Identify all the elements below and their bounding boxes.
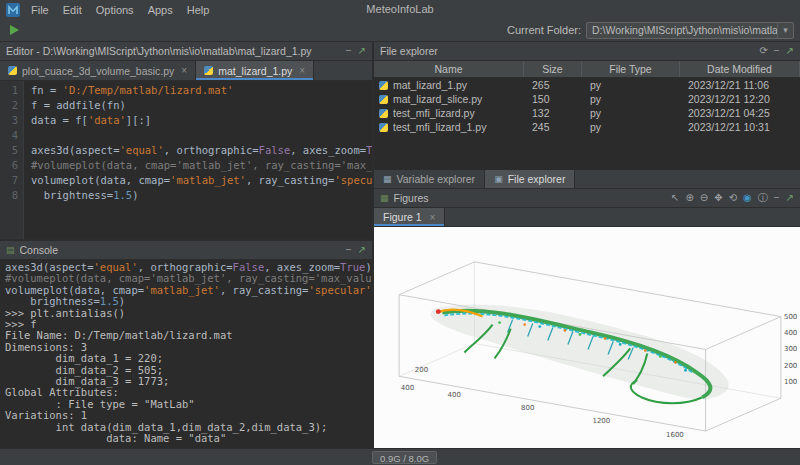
python-file-icon xyxy=(204,66,213,75)
memory-indicator[interactable]: 0.9G / 8.0G xyxy=(372,451,437,464)
console-title: Console xyxy=(20,244,59,256)
3d-volume-plot: 40080012001600 100200300400500 200400 xyxy=(374,227,800,448)
column-header-size[interactable]: Size xyxy=(524,61,582,77)
svg-text:800: 800 xyxy=(521,404,534,412)
minimize-icon[interactable]: − xyxy=(774,193,780,203)
console-icon: ▤ xyxy=(6,245,15,255)
minimize-icon[interactable]: − xyxy=(774,46,780,56)
editor-title: Editor - D:\Working\MIScript\Jython\mis\… xyxy=(6,45,312,57)
column-header-file-type[interactable]: File Type xyxy=(582,61,680,77)
svg-text:400: 400 xyxy=(448,391,461,399)
table-row[interactable]: mat_lizard_slice.py150py2023/12/21 12:20 xyxy=(374,92,800,106)
figure-tabs: Figure 1× xyxy=(374,208,800,227)
zoom-in-icon[interactable]: ⊕ xyxy=(685,193,693,203)
console-panel: ▤ Console −↗ axes3d(aspect='equal', orth… xyxy=(0,241,372,448)
close-icon[interactable]: × xyxy=(299,65,305,76)
svg-text:400: 400 xyxy=(401,384,414,392)
svg-text:400: 400 xyxy=(784,329,797,337)
variable-explorer-icon: ▦ xyxy=(383,174,392,184)
svg-text:300: 300 xyxy=(784,345,797,353)
editor-code-area[interactable]: 12345678 fn = 'D:/Temp/matlab/lizard.mat… xyxy=(0,81,372,239)
close-icon[interactable]: × xyxy=(430,212,436,223)
editor-code: fn = 'D:/Temp/matlab/lizard.mat'f = addf… xyxy=(24,81,372,239)
app-logo-icon xyxy=(6,3,20,17)
editor-gutter: 12345678 xyxy=(0,81,24,239)
float-icon[interactable]: ↗ xyxy=(358,46,366,56)
run-button[interactable] xyxy=(10,25,19,35)
tab-figure-1[interactable]: Figure 1× xyxy=(374,208,445,226)
left-column: Editor - D:\Working\MIScript\Jython\mis\… xyxy=(0,42,374,448)
rotate-icon[interactable]: ⟲ xyxy=(729,193,737,203)
minimize-icon[interactable]: − xyxy=(346,245,352,255)
globe-icon[interactable]: ◉ xyxy=(743,193,752,203)
svg-text:100: 100 xyxy=(784,378,797,386)
file-explorer-icon: ▣ xyxy=(494,174,503,184)
menu-file[interactable]: File xyxy=(24,2,56,18)
python-file-icon xyxy=(8,66,17,75)
tab-label: mat_lizard_1.py xyxy=(218,65,292,77)
file-table-body: mat_lizard_1.py265py2023/12/21 11:06mat_… xyxy=(374,78,800,170)
table-row[interactable]: test_mfi_lizard_1.py245py2023/12/21 10:3… xyxy=(374,120,800,134)
editor-tab[interactable]: mat_lizard_1.py× xyxy=(196,61,314,80)
info-icon[interactable]: ⓘ xyxy=(758,193,768,203)
file-explorer-title: File explorer xyxy=(380,45,438,57)
svg-text:1200: 1200 xyxy=(592,417,610,425)
main-area: Editor - D:\Working\MIScript\Jython\mis\… xyxy=(0,42,800,448)
figures-toolbar: ↖⊕⊖✥⟲◉ⓘ−↗ xyxy=(665,193,794,203)
menu-help[interactable]: Help xyxy=(180,2,217,18)
menu-options[interactable]: Options xyxy=(89,2,141,18)
code-line xyxy=(31,128,372,143)
table-row[interactable]: mat_lizard_1.py265py2023/12/21 11:06 xyxy=(374,78,800,92)
code-line: volumeplot(data, cmap='matlab_jet', ray_… xyxy=(31,173,372,188)
refresh-icon[interactable]: ⟳ xyxy=(759,46,767,56)
current-folder-combobox[interactable]: D:\Working\MIScript\Jython\mis\io\matlab… xyxy=(586,22,794,39)
column-header-date-modified[interactable]: Date Modified xyxy=(680,61,800,77)
tab-variable-explorer[interactable]: ▦Variable explorer xyxy=(374,170,485,188)
minimize-icon[interactable]: − xyxy=(346,46,352,56)
file-table-header[interactable]: NameSizeFile TypeDate Modified xyxy=(374,61,800,78)
float-icon[interactable]: ↗ xyxy=(786,46,794,56)
console-output[interactable]: axes3d(aspect='equal', orthographic=Fals… xyxy=(0,260,372,448)
svg-text:200: 200 xyxy=(784,362,797,370)
editor-tabs: plot_cuace_3d_volume_basic.py×mat_lizard… xyxy=(0,61,372,81)
float-icon[interactable]: ↗ xyxy=(786,193,794,203)
pointer-icon[interactable]: ↖ xyxy=(671,193,679,203)
tab-file-explorer[interactable]: ▣File explorer xyxy=(485,170,575,188)
python-file-icon xyxy=(379,123,388,132)
main-toolbar: Current Folder: D:\Working\MIScript\Jyth… xyxy=(0,19,800,42)
current-folder-label: Current Folder: xyxy=(507,24,581,36)
console-line: >>> plt.antialias() xyxy=(5,308,367,319)
figure-canvas[interactable]: 40080012001600 100200300400500 200400 xyxy=(374,227,800,448)
console-line: data: Name = "data" xyxy=(5,433,367,444)
close-icon[interactable]: × xyxy=(181,65,187,76)
file-explorer-panel: File explorer ⟳−↗ NameSizeFile TypeDate … xyxy=(374,42,800,170)
code-line: fn = 'D:/Temp/matlab/lizard.mat' xyxy=(31,83,372,98)
zoom-out-icon[interactable]: ⊖ xyxy=(700,193,708,203)
svg-text:500: 500 xyxy=(784,313,797,321)
python-file-icon xyxy=(379,81,388,90)
file-explorer-title-icons: ⟳−↗ xyxy=(753,46,794,56)
editor-title-bar: Editor - D:\Working\MIScript\Jython\mis\… xyxy=(0,42,372,61)
column-header-name[interactable]: Name xyxy=(374,61,524,77)
table-row[interactable]: test_mfi_lizard.py132py2023/12/21 04:25 xyxy=(374,106,800,120)
tab-label: plot_cuace_3d_volume_basic.py xyxy=(22,65,174,77)
editor-tab[interactable]: plot_cuace_3d_volume_basic.py× xyxy=(0,61,196,80)
code-line: data = f['data'][:] xyxy=(31,113,372,128)
figures-icon: ▦ xyxy=(380,193,389,203)
menu-apps[interactable]: Apps xyxy=(141,2,180,18)
python-file-icon xyxy=(379,109,388,118)
code-line: brightness=1.5) xyxy=(31,188,372,203)
svg-text:1600: 1600 xyxy=(666,431,684,439)
menu-edit[interactable]: Edit xyxy=(56,2,89,18)
code-line: f = addfile(fn) xyxy=(31,98,372,113)
editor-title-icons: −↗ xyxy=(340,46,366,56)
svg-text:200: 200 xyxy=(415,366,428,374)
figures-title: Figures xyxy=(394,192,429,204)
pan-icon[interactable]: ✥ xyxy=(714,193,722,203)
chevron-down-icon[interactable]: ▾ xyxy=(777,23,793,38)
editor-panel: Editor - D:\Working\MIScript\Jython\mis\… xyxy=(0,42,372,241)
meteoinfolab-window: FileEditOptionsAppsHelp MeteoInfoLab Cur… xyxy=(0,0,800,465)
float-icon[interactable]: ↗ xyxy=(358,245,366,255)
figures-title-bar: ▦ Figures ↖⊕⊖✥⟲◉ⓘ−↗ xyxy=(374,189,800,208)
current-folder-value: D:\Working\MIScript\Jython\mis\io\matlab xyxy=(592,24,777,36)
